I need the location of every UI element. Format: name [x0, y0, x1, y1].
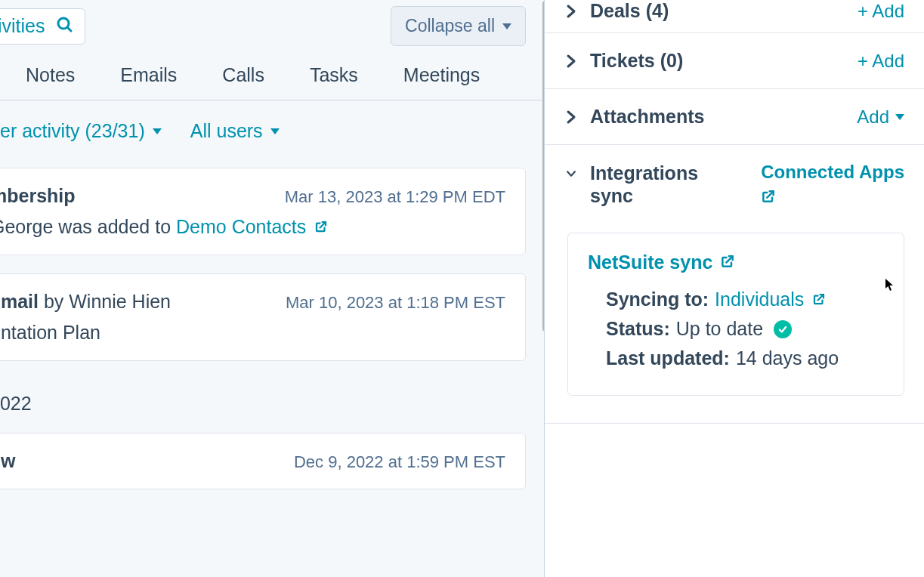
activity-card[interactable]: ew Dec 9, 2022 at 1:59 PM EST: [0, 433, 526, 489]
caret-down-icon: [502, 23, 511, 29]
activity-card-title: mbership: [0, 185, 76, 207]
syncing-to-label: Syncing to:: [606, 288, 709, 310]
mouse-cursor-icon: [885, 278, 895, 292]
svg-line-1: [67, 27, 71, 31]
filter-activity-label: er activity (23/31): [0, 120, 145, 142]
caret-down-icon: [270, 128, 280, 134]
activity-card[interactable]: email by Winnie Hien Mar 10, 2023 at 1:1…: [0, 273, 526, 361]
status-value: Up to date: [676, 318, 763, 340]
chevron-right-icon[interactable]: [566, 4, 576, 19]
activity-tabs: Notes Emails Calls Tasks Meetings: [0, 57, 544, 100]
activity-card-date: Mar 10, 2023 at 1:18 PM EST: [286, 293, 505, 313]
netsuite-sync-card: NetSuite sync Syncing to: Individuals: [567, 233, 904, 396]
status-label: Status:: [606, 318, 670, 340]
external-link-icon: [761, 187, 776, 208]
tab-notes[interactable]: Notes: [26, 64, 75, 86]
tab-meetings[interactable]: Meetings: [403, 64, 480, 86]
external-link-icon: [720, 251, 735, 273]
activity-card-title: ew: [0, 450, 15, 472]
check-circle-icon: [774, 320, 792, 338]
search-activities-label: ivities: [0, 15, 56, 37]
collapse-all-button[interactable]: Collapse all: [391, 6, 526, 46]
deals-panel-title: Deals (4): [590, 0, 669, 22]
netsuite-sync-link[interactable]: NetSuite sync: [588, 251, 735, 273]
caret-down-icon: [895, 114, 904, 120]
external-link-icon: [809, 288, 826, 310]
syncing-to-link[interactable]: Individuals: [715, 288, 826, 310]
filter-users-label: All users: [190, 120, 263, 142]
attachments-panel-title: Attachments: [590, 106, 704, 128]
last-updated-value: 14 days ago: [736, 347, 839, 369]
tickets-panel-title: Tickets (0): [590, 50, 683, 72]
chevron-down-icon[interactable]: [566, 166, 576, 181]
activity-card-date: Dec 9, 2022 at 1:59 PM EST: [294, 452, 505, 472]
filter-activity-dropdown[interactable]: er activity (23/31): [0, 120, 162, 142]
last-updated-label: Last updated:: [606, 347, 730, 369]
year-divider: 2022: [0, 379, 526, 433]
collapse-all-label: Collapse all: [405, 16, 495, 36]
caret-down-icon: [153, 128, 162, 134]
connected-apps-link[interactable]: Connected Apps: [761, 162, 904, 208]
add-attachment-button[interactable]: Add: [857, 106, 904, 128]
tab-tasks[interactable]: Tasks: [310, 64, 358, 86]
external-link-icon: [311, 216, 328, 237]
activity-card-link[interactable]: Demo Contacts: [176, 216, 328, 237]
integrations-panel-title: Integrations sync: [590, 162, 718, 207]
activity-card-title: email by Winnie Hien: [0, 291, 171, 313]
activity-card-body-text: George was added to: [0, 216, 176, 237]
search-activities[interactable]: ivities: [0, 8, 85, 45]
chevron-right-icon[interactable]: [566, 54, 576, 69]
activity-card-date: Mar 13, 2023 at 1:29 PM EDT: [285, 187, 505, 207]
chevron-right-icon[interactable]: [566, 110, 576, 125]
search-icon: [56, 16, 74, 37]
activity-card[interactable]: mbership Mar 13, 2023 at 1:29 PM EDT Geo…: [0, 168, 526, 255]
add-ticket-button[interactable]: + Add: [858, 51, 904, 72]
divider: [545, 423, 924, 424]
activity-main-column: ivities Collapse all Notes Emails Calls …: [0, 0, 544, 577]
add-deal-button[interactable]: + Add: [858, 1, 904, 22]
tab-calls[interactable]: Calls: [222, 64, 264, 86]
filter-users-dropdown[interactable]: All users: [190, 120, 280, 142]
tab-emails[interactable]: Emails: [120, 64, 177, 86]
right-sidebar: Deals (4) + Add Tickets (0) + Add: [544, 0, 924, 577]
activity-card-body-text: entation Plan: [0, 322, 505, 344]
